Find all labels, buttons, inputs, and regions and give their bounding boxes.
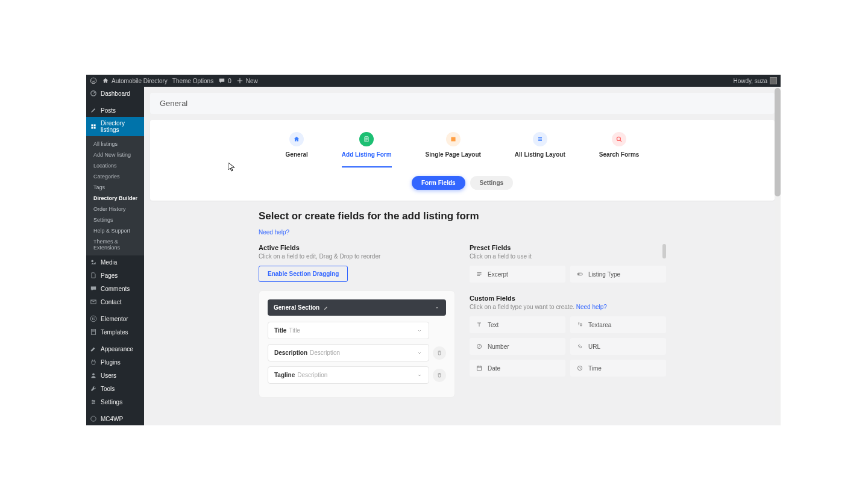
need-help-link[interactable]: Need help? xyxy=(259,229,289,236)
field-description[interactable]: DescriptionDescription xyxy=(268,344,429,361)
submenu-all-listings[interactable]: All listings xyxy=(86,139,144,149)
submenu-tags[interactable]: Tags xyxy=(86,182,144,193)
need-help-inline-link[interactable]: Need help? xyxy=(576,304,607,310)
sidebar-item-elementor[interactable]: Elementor xyxy=(86,312,144,325)
preset-label: Excerpt xyxy=(488,271,508,278)
submenu-locations[interactable]: Locations xyxy=(86,160,144,171)
sidebar-submenu: All listings Add New listing Locations C… xyxy=(86,136,144,255)
submenu-categories[interactable]: Categories xyxy=(86,171,144,182)
svg-rect-4 xyxy=(91,127,93,129)
calendar-icon xyxy=(476,364,483,372)
submenu-directory-builder[interactable]: Directory Builder xyxy=(86,193,144,204)
svg-rect-11 xyxy=(94,319,95,320)
active-fields-subtitle: Click on a field to edit, Drag & Drop to… xyxy=(259,253,455,260)
tab-general[interactable]: General xyxy=(286,132,308,167)
scroll-thumb[interactable] xyxy=(662,244,666,258)
trash-icon xyxy=(436,350,442,356)
preset-fields-title: Preset Fields xyxy=(470,244,666,251)
sidebar-item-settings[interactable]: Settings xyxy=(86,395,144,408)
sidebar-label: Directory listings xyxy=(101,120,140,133)
tab-add-listing-form[interactable]: Add Listing Form xyxy=(342,132,392,167)
sidebar-item-directory-listings[interactable]: Directory listings xyxy=(86,117,144,136)
custom-label: Textarea xyxy=(588,322,611,328)
theme-options-link[interactable]: Theme Options xyxy=(172,78,213,84)
sidebar-label: Comments xyxy=(101,286,130,292)
scroll-thumb[interactable] xyxy=(775,88,781,196)
svg-point-23 xyxy=(578,274,579,275)
svg-rect-5 xyxy=(94,127,96,129)
custom-label: URL xyxy=(588,343,600,350)
site-link[interactable]: Automobile Directory xyxy=(102,77,168,84)
preset-excerpt[interactable]: Excerpt xyxy=(470,266,565,283)
sidebar-item-appearance[interactable]: Appearance xyxy=(86,342,144,355)
field-tagline[interactable]: TaglineDescription xyxy=(268,366,429,384)
sidebar-item-mc4wp[interactable]: MC4WP xyxy=(86,412,144,425)
preset-listing-type[interactable]: Listing Type xyxy=(570,266,666,283)
field-hint: Title xyxy=(289,327,300,334)
custom-date[interactable]: Date xyxy=(470,360,565,377)
sidebar-label: Dashboard xyxy=(101,90,130,97)
submenu-order-history[interactable]: Order History xyxy=(86,204,144,214)
new-content-link[interactable]: New xyxy=(236,77,258,84)
submenu-add-new-listing[interactable]: Add New listing xyxy=(86,149,144,160)
wp-logo-icon[interactable] xyxy=(90,77,97,84)
tab-all-listing-layout[interactable]: All Listing Layout xyxy=(515,132,565,167)
lines-icon xyxy=(476,271,483,278)
admin-toolbar: Automobile Directory Theme Options 0 New… xyxy=(86,75,781,87)
howdy-link[interactable]: Howdy, suza xyxy=(733,77,777,84)
tab-label: General xyxy=(286,151,308,158)
tab-search-forms[interactable]: Search Forms xyxy=(599,132,640,167)
number-icon xyxy=(476,343,483,350)
sidebar-item-users[interactable]: Users xyxy=(86,369,144,382)
sidebar-item-comments[interactable]: Comments xyxy=(86,282,144,295)
list-icon xyxy=(533,132,547,146)
field-name: Description xyxy=(274,349,307,356)
pill-form-fields[interactable]: Form Fields xyxy=(412,176,465,190)
custom-number[interactable]: Number xyxy=(470,338,565,355)
chevron-up-icon xyxy=(434,305,440,311)
pill-settings[interactable]: Settings xyxy=(470,176,513,190)
sidebar-item-templates[interactable]: Templates xyxy=(86,325,144,339)
svg-rect-12 xyxy=(91,330,95,334)
field-title[interactable]: TitleTitle xyxy=(268,322,429,339)
delete-field-button[interactable] xyxy=(433,369,446,382)
pencil-icon xyxy=(323,305,329,311)
page-title: General xyxy=(150,93,775,114)
window-scrollbar[interactable] xyxy=(775,87,781,425)
trash-icon xyxy=(436,372,442,378)
sidebar-item-media[interactable]: Media xyxy=(86,255,144,269)
active-fields-column: Active Fields Click on a field to edit, … xyxy=(259,244,455,398)
sidebar-label: Tools xyxy=(101,386,115,392)
submenu-help-support[interactable]: Help & Support xyxy=(86,225,144,236)
custom-textarea[interactable]: Textarea xyxy=(570,316,666,333)
custom-fields-title: Custom Fields xyxy=(470,295,666,302)
field-name: Tagline xyxy=(274,372,295,378)
sidebar-label: Posts xyxy=(101,107,116,114)
svg-point-13 xyxy=(92,373,95,375)
howdy-text: Howdy, suza xyxy=(733,78,767,84)
submenu-themes-extensions[interactable]: Themes & Extensions xyxy=(86,236,144,253)
comments-link[interactable]: 0 xyxy=(218,77,231,84)
sidebar-item-plugins[interactable]: Plugins xyxy=(86,355,144,369)
inner-scrollbar[interactable] xyxy=(662,244,666,398)
delete-field-button[interactable] xyxy=(433,346,446,360)
field-row-wrap: DescriptionDescription xyxy=(268,344,446,361)
custom-url[interactable]: URL xyxy=(570,338,666,355)
custom-time[interactable]: Time xyxy=(570,360,666,377)
sidebar-item-pages[interactable]: Pages xyxy=(86,269,144,282)
field-hint: Description xyxy=(297,372,327,378)
enable-section-dragging-button[interactable]: Enable Section Dragging xyxy=(259,266,348,282)
admin-sidebar: Dashboard Posts Directory listings All l… xyxy=(86,87,144,425)
layout-icon xyxy=(446,132,461,146)
tab-single-page-layout[interactable]: Single Page Layout xyxy=(426,132,481,167)
section-header[interactable]: General Section xyxy=(268,299,446,316)
sidebar-item-posts[interactable]: Posts xyxy=(86,104,144,117)
sub-tabs: Form Fields Settings xyxy=(150,167,775,201)
form-builder-area: Select or create fields for the add list… xyxy=(150,210,775,398)
custom-text[interactable]: Text xyxy=(470,316,565,333)
submenu-settings[interactable]: Settings xyxy=(86,214,144,225)
sidebar-item-contact[interactable]: Contact xyxy=(86,295,144,308)
preset-fields-column: Preset Fields Click on a field to use it… xyxy=(470,244,666,398)
sidebar-item-tools[interactable]: Tools xyxy=(86,382,144,395)
sidebar-item-dashboard[interactable]: Dashboard xyxy=(86,87,144,100)
